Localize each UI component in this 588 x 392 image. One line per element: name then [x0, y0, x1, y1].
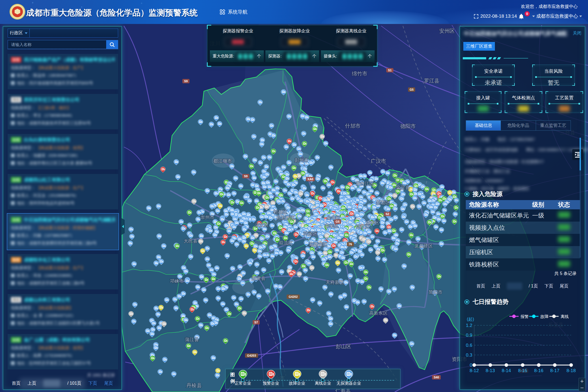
svg-text:报警: 报警 — [520, 314, 529, 319]
svg-text:罗江县: 罗江县 — [424, 78, 440, 84]
svg-text:邛崃市: 邛崃市 — [170, 278, 184, 284]
svg-text:G4203: G4203 — [247, 354, 256, 357]
svg-text:8-14: 8-14 — [502, 368, 511, 373]
svg-text:G5: G5 — [336, 220, 340, 223]
svg-text:XA0: XA0 — [307, 177, 313, 181]
svg-text:高新西区: 高新西区 — [276, 215, 295, 220]
svg-text:什邡市: 什邡市 — [345, 123, 361, 129]
svg-text:青白江区: 青白江区 — [356, 181, 374, 186]
svg-text:S40: S40 — [434, 376, 439, 379]
svg-text:S7: S7 — [254, 321, 258, 324]
svg-text:S2: S2 — [385, 212, 389, 216]
svg-text:8-16: 8-16 — [534, 368, 543, 373]
svg-text:S9: S9 — [184, 79, 188, 83]
svg-text:青羊区: 青羊区 — [325, 223, 339, 229]
svg-text:G5: G5 — [410, 88, 414, 91]
svg-text:S9: S9 — [244, 174, 247, 178]
svg-text:金堂县: 金堂县 — [396, 185, 410, 190]
svg-text:S1: S1 — [388, 69, 391, 72]
svg-text:龙泉驿区: 龙泉驿区 — [414, 243, 433, 249]
svg-text:1.2: 1.2 — [466, 323, 472, 328]
svg-text:8-17: 8-17 — [550, 368, 559, 373]
svg-text:武侯区: 武侯区 — [304, 231, 317, 236]
svg-text:彭山区: 彭山区 — [336, 344, 351, 349]
svg-text:蒲江县: 蒲江县 — [185, 337, 199, 342]
svg-text:0.6: 0.6 — [466, 343, 472, 348]
svg-text:崇州市: 崇州市 — [201, 215, 215, 220]
svg-text:都江堰市: 都江堰市 — [213, 158, 232, 164]
svg-text:绵竹市: 绵竹市 — [352, 71, 367, 76]
svg-text:8-13: 8-13 — [486, 368, 495, 373]
svg-text:8-12: 8-12 — [470, 368, 479, 373]
svg-text:彭州市: 彭州市 — [295, 158, 309, 163]
svg-text:高新东区: 高新东区 — [369, 311, 388, 316]
svg-text:0.3: 0.3 — [466, 353, 472, 358]
svg-text:新津县: 新津县 — [252, 276, 266, 281]
svg-text:广汉市: 广汉市 — [371, 158, 386, 164]
svg-text:丹棱县: 丹棱县 — [186, 382, 202, 388]
svg-text:锦江区: 锦江区 — [356, 224, 370, 229]
svg-text:G4202: G4202 — [289, 295, 298, 298]
svg-text:离线: 离线 — [561, 314, 569, 319]
svg-text:大邑县: 大邑县 — [184, 238, 198, 244]
svg-text:双流区: 双流区 — [279, 240, 293, 246]
svg-text:0: 0 — [470, 363, 472, 368]
svg-text:天府新区: 天府新区 — [326, 280, 344, 285]
svg-text:郫都区: 郫都区 — [274, 210, 287, 215]
svg-text:76: 76 — [349, 243, 352, 246]
svg-text:8-15: 8-15 — [518, 368, 527, 373]
svg-text:0.9: 0.9 — [466, 333, 472, 338]
svg-text:温江区: 温江区 — [255, 222, 269, 228]
svg-text:新都区: 新都区 — [376, 200, 390, 205]
svg-text:(起): (起) — [467, 317, 474, 321]
svg-text:高新南区: 高新南区 — [309, 242, 327, 247]
svg-text:安州区: 安州区 — [439, 28, 455, 34]
svg-text:故障: 故障 — [540, 314, 549, 319]
svg-text:简阳市: 简阳市 — [429, 290, 443, 295]
svg-text:德阳市: 德阳市 — [400, 123, 416, 129]
svg-text:8-18: 8-18 — [566, 368, 576, 373]
